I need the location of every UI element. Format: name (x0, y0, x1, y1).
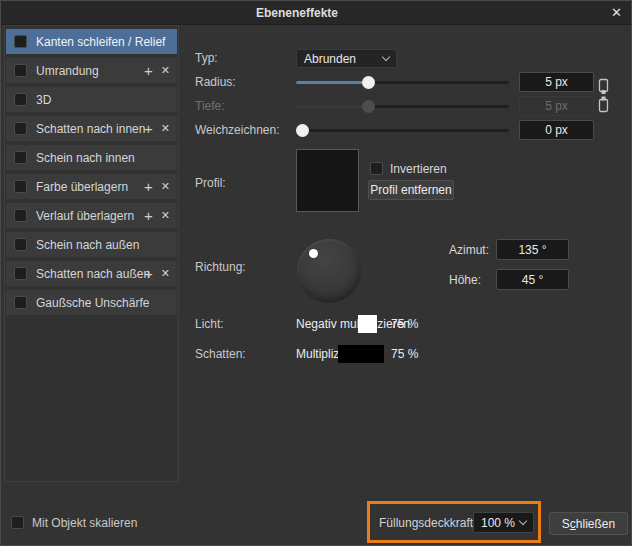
remove-instance-icon[interactable]: ✕ (161, 209, 170, 222)
soften-value-input[interactable]: 0 px (519, 120, 594, 140)
effect-enable-checkbox[interactable] (14, 180, 27, 193)
radius-slider[interactable] (296, 76, 509, 89)
scale-with-object-checkbox[interactable] (11, 516, 24, 529)
effect-enable-checkbox[interactable] (14, 267, 27, 280)
profile-label: Profil: (195, 174, 226, 192)
close-button-label-rest: hließen (576, 517, 615, 531)
effect-list-item[interactable]: Schein nach innen + ✕ (6, 145, 177, 170)
azimuth-input[interactable]: 135 ° (496, 239, 569, 260)
light-label: Licht: (195, 315, 224, 333)
effect-label: Schatten nach außen (36, 267, 150, 281)
depth-label: Tiefe: (195, 97, 225, 115)
effect-actions: + ✕ (144, 116, 170, 141)
depth-slider-thumb (362, 100, 375, 113)
effect-actions: + ✕ (144, 174, 170, 199)
add-instance-icon[interactable]: + (144, 63, 153, 78)
effect-label: 3D (36, 93, 51, 107)
depth-value-input: 5 px (519, 96, 594, 116)
effect-label: Verlauf überlagern (36, 209, 134, 223)
effect-label: Umrandung (36, 64, 99, 78)
direction-dial-dot[interactable] (309, 249, 318, 258)
effect-label: Schein nach innen (36, 151, 135, 165)
effect-enable-checkbox[interactable] (14, 238, 27, 251)
effect-list-item[interactable]: Farbe überlagern + ✕ (6, 174, 177, 199)
direction-dial[interactable] (297, 239, 361, 303)
light-color-swatch[interactable] (358, 315, 377, 333)
effect-enable-checkbox[interactable] (14, 122, 27, 135)
type-dropdown[interactable]: Abrunden (296, 49, 397, 68)
add-instance-icon[interactable]: + (144, 121, 153, 136)
effect-list-item[interactable]: Gaußsche Unschärfe + ✕ (6, 290, 177, 315)
shadow-opacity-value[interactable]: 75 % (391, 345, 418, 363)
dialog-titlebar: Ebeneneffekte ✕ (1, 1, 631, 25)
type-dropdown-value: Abrunden (304, 52, 356, 66)
effect-actions: + ✕ (144, 203, 170, 228)
scale-with-object-label: Mit Objekt skalieren (32, 514, 137, 532)
effects-list: Kanten schleifen / Relief + ✕ Umrandung … (4, 25, 179, 482)
effect-list-item[interactable]: Schatten nach außen + ✕ (6, 261, 177, 286)
remove-instance-icon[interactable]: ✕ (161, 267, 170, 280)
effect-enable-checkbox[interactable] (14, 93, 27, 106)
soften-slider-thumb[interactable] (296, 124, 309, 137)
light-opacity-value[interactable]: 75 % (391, 315, 418, 333)
layer-effects-dialog: Ebeneneffekte ✕ Kanten schleifen / Relie… (0, 0, 632, 546)
effect-label: Gaußsche Unschärfe (36, 296, 149, 310)
fill-opacity-label: Füllungsdeckkraft: (379, 514, 476, 532)
remove-profile-button[interactable]: Profil entfernen (368, 180, 454, 200)
effect-enable-checkbox[interactable] (14, 209, 27, 222)
soften-slider[interactable] (296, 124, 509, 137)
add-instance-icon[interactable]: + (144, 208, 153, 223)
effect-enable-checkbox[interactable] (14, 35, 27, 48)
profile-curve-thumbnail[interactable] (296, 149, 359, 212)
effect-label: Schatten nach innen (36, 122, 145, 136)
close-icon[interactable]: ✕ (611, 1, 622, 25)
soften-slider-track[interactable] (296, 129, 509, 132)
radius-value-input[interactable]: 5 px (519, 72, 594, 92)
azimuth-label: Azimut: (449, 241, 489, 259)
effect-list-item[interactable]: Umrandung + ✕ (6, 58, 177, 83)
add-instance-icon[interactable]: + (144, 179, 153, 194)
type-label: Typ: (195, 49, 218, 67)
effect-list-item[interactable]: 3D + ✕ (6, 87, 177, 112)
chevron-down-icon (519, 517, 527, 525)
effect-list-item[interactable]: Verlauf überlagern + ✕ (6, 203, 177, 228)
direction-label: Richtung: (195, 258, 246, 276)
effect-label: Farbe überlagern (36, 180, 128, 194)
invert-checkbox[interactable] (370, 162, 383, 175)
shadow-label: Schatten: (195, 345, 246, 363)
effect-actions: + ✕ (144, 58, 170, 83)
add-instance-icon[interactable]: + (144, 266, 153, 281)
effect-list-item[interactable]: Kanten schleifen / Relief + ✕ (6, 29, 177, 54)
effect-actions: + ✕ (144, 261, 170, 286)
elevation-input[interactable]: 45 ° (496, 269, 569, 290)
invert-label: Invertieren (390, 160, 447, 178)
radius-label: Radius: (195, 73, 236, 91)
shadow-color-swatch[interactable] (338, 345, 384, 363)
effect-enable-checkbox[interactable] (14, 296, 27, 309)
link-sliders-icon[interactable] (596, 78, 611, 113)
radius-slider-thumb[interactable] (362, 76, 375, 89)
radius-slider-fill (296, 81, 369, 84)
dialog-title: Ebeneneffekte (1, 1, 593, 25)
remove-instance-icon[interactable]: ✕ (161, 64, 170, 77)
effect-list-item[interactable]: Schatten nach innen + ✕ (6, 116, 177, 141)
fill-opacity-dropdown[interactable]: 100 % (473, 512, 534, 533)
soften-label: Weichzeichnen: (195, 121, 280, 139)
effect-label: Schein nach außen (36, 238, 139, 252)
remove-instance-icon[interactable]: ✕ (161, 122, 170, 135)
elevation-label: Höhe: (449, 271, 481, 289)
fill-opacity-value: 100 % (481, 516, 515, 530)
effect-enable-checkbox[interactable] (14, 64, 27, 77)
chevron-down-icon (382, 53, 390, 61)
effect-enable-checkbox[interactable] (14, 151, 27, 164)
remove-instance-icon[interactable]: ✕ (161, 180, 170, 193)
close-button-label: S (562, 517, 570, 531)
effect-label: Kanten schleifen / Relief (36, 35, 165, 49)
depth-slider (296, 100, 509, 113)
close-button[interactable]: Schließen (549, 512, 628, 535)
effect-list-item[interactable]: Schein nach außen + ✕ (6, 232, 177, 257)
depth-slider-fill (296, 105, 369, 108)
